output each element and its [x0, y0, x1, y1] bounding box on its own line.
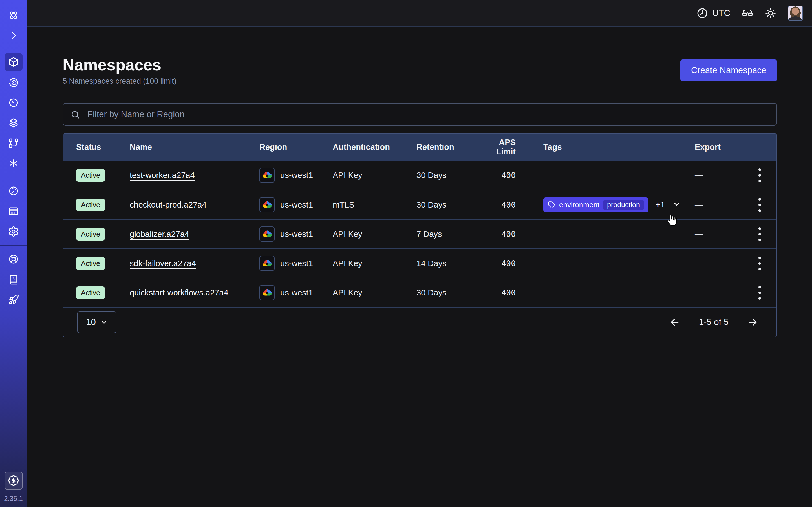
getting-started-rocket-icon — [8, 294, 19, 305]
sidebar: 2.35.1 — [0, 0, 27, 507]
namespace-link[interactable]: globalizer.a27a4 — [130, 230, 189, 238]
tags-expand-chevron-down-icon[interactable] — [672, 200, 681, 210]
gcp-cloud-icon — [259, 168, 274, 183]
theme-toggle[interactable] — [765, 7, 776, 19]
namespaces-table: StatusNameRegionAuthenticationRetentionA… — [63, 133, 777, 337]
retention-label: 14 Days — [416, 259, 480, 268]
row-actions-kebab-menu[interactable] — [752, 285, 767, 300]
aps-limit-value: 400 — [480, 200, 543, 210]
table-header-row: StatusNameRegionAuthenticationRetentionA… — [63, 133, 776, 161]
sidebar-item-usage[interactable] — [4, 182, 22, 200]
page-subtitle: 5 Namespaces created (100 limit) — [63, 77, 176, 86]
export-value: — — [695, 171, 743, 180]
sidebar-item-billing[interactable] — [4, 202, 22, 220]
filter-input[interactable] — [63, 103, 777, 126]
pricing-badge-dollar-icon — [8, 475, 19, 486]
search-icon — [70, 110, 80, 119]
export-value: — — [695, 259, 743, 268]
page-size-select[interactable]: 10 — [77, 311, 116, 333]
tags-more-count: +1 — [656, 200, 665, 209]
labs-toggle[interactable] — [742, 7, 753, 19]
column-header: Tags — [543, 143, 695, 152]
sidebar-item-batch[interactable] — [4, 154, 22, 172]
nexus-layers-icon — [8, 117, 19, 128]
status-badge: Active — [76, 228, 105, 240]
auth-label: API Key — [333, 288, 416, 297]
next-page-button[interactable] — [747, 317, 758, 328]
retention-label: 30 Days — [416, 288, 480, 297]
retention-label: 30 Days — [416, 171, 480, 180]
gcp-cloud-icon — [259, 285, 274, 300]
auth-label: mTLS — [333, 200, 416, 210]
tag-value: production — [603, 200, 644, 210]
table-row[interactable]: Active sdk-failover.a27a4 us-west1 API K… — [63, 248, 776, 278]
table-body: Active test-worker.a27a4 us-west1 API Ke… — [63, 161, 776, 307]
namespace-link[interactable]: checkout-prod.a27a4 — [130, 200, 206, 209]
region-label: us-west1 — [280, 259, 313, 268]
region-label: us-west1 — [280, 288, 313, 297]
namespace-link[interactable]: quickstart-workflows.a27a4 — [130, 288, 229, 297]
sidebar-divider — [0, 177, 27, 177]
glasses-icon — [742, 7, 753, 19]
gcp-cloud-icon — [259, 197, 274, 212]
column-header: Retention — [416, 143, 480, 152]
pagination-range: 1-5 of 5 — [699, 317, 728, 327]
column-header: Status — [63, 143, 130, 152]
namespace-link[interactable]: test-worker.a27a4 — [130, 171, 195, 180]
billing-card-icon — [8, 206, 19, 217]
row-actions-kebab-menu[interactable] — [752, 226, 767, 242]
sidebar-divider — [0, 245, 27, 245]
region-label: us-west1 — [280, 171, 313, 180]
retention-label: 30 Days — [416, 200, 480, 210]
row-actions-kebab-menu[interactable] — [752, 167, 767, 183]
status-badge: Active — [76, 257, 105, 270]
settings-gear-icon — [8, 226, 19, 237]
column-header: APS Limit — [480, 138, 543, 156]
prev-page-button[interactable] — [669, 317, 680, 328]
sidebar-item-workflows[interactable] — [4, 73, 22, 91]
sidebar-item-namespaces[interactable] — [4, 53, 22, 71]
workflows-swirl-icon — [8, 76, 19, 88]
sidebar-item-deployments[interactable] — [4, 134, 22, 152]
sidebar-item-docs[interactable] — [4, 270, 22, 288]
namespace-link[interactable]: sdk-failover.a27a4 — [130, 259, 196, 268]
sidebar-expand-chevron-right-icon[interactable] — [4, 26, 22, 45]
auth-label: API Key — [333, 171, 416, 180]
page-title: Namespaces — [63, 55, 176, 74]
table-row[interactable]: Active quickstart-workflows.a27a4 us-wes… — [63, 278, 776, 307]
row-actions-kebab-menu[interactable] — [752, 197, 767, 213]
arrow-right-icon — [747, 317, 758, 328]
table-row[interactable]: Active test-worker.a27a4 us-west1 API Ke… — [63, 161, 776, 190]
table-row[interactable]: Active checkout-prod.a27a4 us-west1 mTLS… — [63, 190, 776, 219]
clock-icon — [696, 7, 708, 19]
arrow-left-icon — [669, 317, 680, 328]
sidebar-item-settings[interactable] — [4, 223, 22, 240]
temporal-logo[interactable] — [4, 6, 22, 24]
aps-limit-value: 400 — [480, 259, 543, 268]
namespaces-cube-icon — [8, 56, 19, 68]
row-actions-kebab-menu[interactable] — [752, 256, 767, 271]
create-namespace-button[interactable]: Create Namespace — [680, 59, 777, 81]
support-lifebuoy-icon — [8, 253, 19, 265]
timezone-selector[interactable]: UTC — [696, 7, 730, 19]
table-row[interactable]: Active globalizer.a27a4 us-west1 API Key… — [63, 219, 776, 248]
pricing-button[interactable] — [4, 471, 22, 490]
sidebar-item-nexus[interactable] — [4, 114, 22, 132]
region-label: us-west1 — [280, 230, 313, 239]
export-value: — — [695, 230, 743, 239]
status-badge: Active — [76, 199, 105, 211]
aps-limit-value: 400 — [480, 171, 543, 180]
schedules-timer-icon — [8, 97, 19, 108]
sidebar-item-schedules[interactable] — [4, 94, 22, 112]
column-header: Authentication — [333, 143, 416, 152]
tag-pill[interactable]: environment production — [543, 198, 649, 212]
page-size-value: 10 — [86, 317, 96, 327]
brightness-sun-icon — [765, 7, 776, 19]
auth-label: API Key — [333, 230, 416, 239]
status-badge: Active — [76, 169, 105, 182]
sidebar-item-getting-started[interactable] — [4, 291, 22, 309]
topbar: UTC — [27, 0, 812, 27]
deployments-branch-icon — [8, 137, 19, 149]
user-avatar[interactable] — [788, 6, 803, 21]
sidebar-item-support[interactable] — [4, 250, 22, 268]
